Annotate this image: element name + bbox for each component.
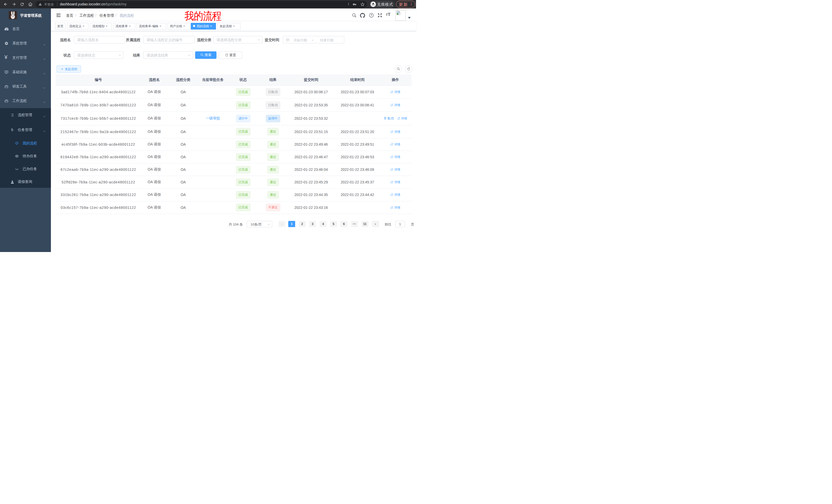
svg-text:?: ? [370,14,372,17]
